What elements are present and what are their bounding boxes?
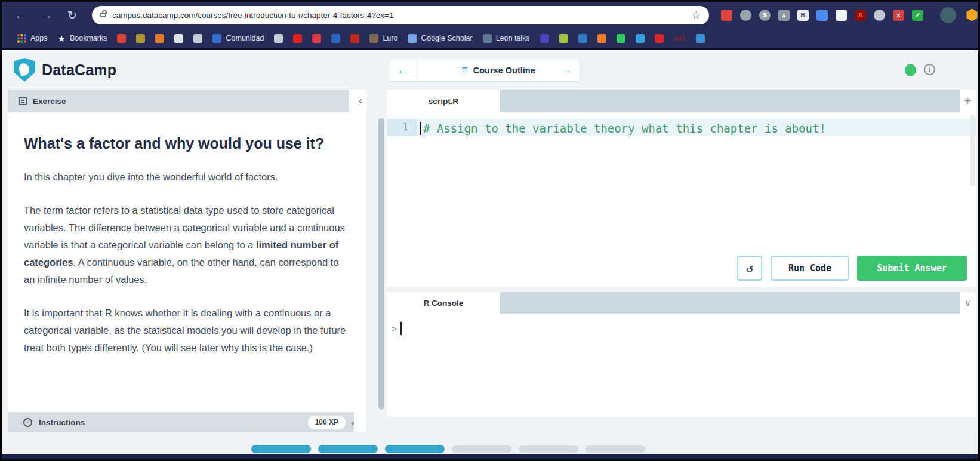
youtube-icon — [293, 34, 302, 43]
edx-icon: edX — [674, 35, 686, 42]
bookmark-item[interactable]: Leon talks — [483, 34, 530, 43]
bookmark-item[interactable]: Luro — [369, 34, 397, 43]
bookmark-item[interactable] — [331, 34, 340, 43]
bookmark-label: Apps — [30, 34, 48, 42]
submit-answer-button[interactable]: Submit Answer — [857, 256, 967, 281]
bookmark-item[interactable] — [350, 34, 359, 43]
apps-grid-icon — [17, 34, 26, 43]
r-console[interactable]: > — [387, 314, 976, 417]
progress-segment-complete[interactable] — [318, 445, 378, 453]
bottom-border — [2, 454, 978, 459]
url-text[interactable]: campus.datacamp.com/courses/free-introdu… — [112, 11, 692, 20]
bookmark-item[interactable]: Google Scholar — [408, 34, 472, 43]
octo-extension-icon[interactable] — [874, 10, 885, 21]
bookmark-item[interactable] — [193, 34, 202, 43]
next-exercise-icon[interactable]: → — [562, 64, 572, 76]
panel-scrollbar[interactable] — [378, 118, 384, 410]
bookmark-item[interactable] — [174, 34, 183, 43]
photos-extension-icon[interactable] — [836, 10, 847, 21]
reset-code-button[interactable]: ↺ — [737, 256, 762, 281]
line-number: 1 — [387, 119, 417, 136]
run-code-button[interactable]: Run Code — [771, 256, 849, 281]
star-icon: ★ — [58, 34, 66, 43]
b-extension-icon[interactable]: B — [797, 10, 809, 21]
reload-icon[interactable]: ↻ — [67, 10, 77, 21]
editor-active-line[interactable]: 1 # Assign to the variable theory what t… — [387, 119, 976, 136]
datacamp-brand[interactable]: DataCamp — [14, 58, 116, 82]
bookmarks-bar: Apps★BookmarksComunidadLuroGoogle Schola… — [2, 28, 978, 48]
progress-segment-complete[interactable] — [385, 445, 445, 453]
tab-script-r[interactable]: script.R — [387, 90, 500, 112]
green-check-extension-icon[interactable]: ✓ — [912, 10, 923, 21]
google-scholar-icon — [408, 34, 417, 43]
datacamp-logo-icon — [14, 58, 35, 82]
bookmark-item[interactable] — [274, 34, 283, 43]
editor-caret — [420, 122, 421, 135]
bookmark-item[interactable] — [559, 34, 568, 43]
lock-icon — [100, 13, 106, 17]
bookmark-item[interactable] — [312, 34, 321, 43]
bookmark-label: Comunidad — [226, 34, 264, 42]
bookmark-item[interactable]: ★Bookmarks — [58, 34, 107, 43]
code-panel: script.R ✳ 1 # Assign to the variable th… — [387, 90, 976, 416]
gray-extension-icon[interactable] — [740, 10, 751, 21]
console-collapse-icon[interactable]: ∨ — [960, 292, 976, 314]
comunidad-icon — [212, 34, 221, 43]
bookmark-item[interactable] — [597, 34, 606, 43]
editor-scrollbar[interactable] — [970, 115, 975, 186]
bookmark-item[interactable] — [293, 34, 302, 43]
editor-actions: ↺ Run Code Submit Answer — [737, 256, 967, 281]
progress-segment-incomplete[interactable] — [452, 445, 511, 453]
red-x-extension-icon[interactable]: x — [893, 10, 904, 21]
bookmark-item[interactable] — [636, 34, 645, 43]
bookmark-item[interactable]: Comunidad — [212, 34, 264, 43]
tab-r-console[interactable]: R Console — [387, 292, 500, 314]
bookmark-item[interactable]: Apps — [17, 34, 48, 43]
info-icon[interactable]: i — [924, 64, 935, 75]
s-extension-icon[interactable]: S — [759, 10, 771, 21]
exercise-paragraph-3: It is important that R knows whether it … — [24, 305, 349, 356]
address-bar[interactable]: campus.datacamp.com/courses/free-introdu… — [92, 6, 709, 24]
bookmark-label: Leon talks — [496, 34, 530, 42]
previous-exercise-button[interactable]: ← — [389, 59, 417, 81]
exercise-list-icon — [19, 97, 27, 105]
editor-settings-icon[interactable]: ✳ — [960, 90, 976, 112]
code-comment[interactable]: # Assign to the variable theory what thi… — [417, 119, 826, 136]
progress-segment-incomplete[interactable] — [519, 445, 578, 453]
bookmark-item[interactable] — [117, 34, 126, 43]
profile-avatar[interactable] — [940, 7, 956, 23]
code-editor[interactable]: 1 # Assign to the variable theory what t… — [387, 112, 976, 287]
forward-icon[interactable]: → — [41, 10, 53, 21]
instructions-bar[interactable]: ✓ Instructions 100 XP — [8, 412, 354, 432]
bookmark-item[interactable] — [540, 34, 549, 43]
triangle-extension-icon[interactable]: ▲ — [778, 10, 790, 21]
gmail-icon — [117, 34, 126, 43]
progress-segment-incomplete[interactable] — [585, 445, 645, 453]
scroll-down-icon: ▾ — [351, 420, 355, 428]
bookmark-item[interactable] — [578, 34, 587, 43]
bookmark-item[interactable]: edX — [674, 35, 686, 42]
bookmark-item[interactable] — [155, 34, 164, 43]
red-shield-extension-icon[interactable] — [721, 10, 732, 21]
progress-segment-complete[interactable] — [251, 445, 311, 453]
bookmark-item[interactable] — [136, 34, 145, 43]
bookmark-star-icon[interactable]: ☆ — [692, 9, 701, 21]
editor-tab-bar: script.R ✳ — [387, 90, 976, 112]
browser-menu-icon[interactable] — [966, 9, 978, 21]
blue-drop-extension-icon[interactable] — [816, 10, 828, 21]
favicon — [578, 34, 587, 43]
bookmark-item[interactable] — [696, 34, 705, 43]
favicon — [483, 34, 492, 43]
bookmark-item[interactable] — [655, 34, 664, 43]
collapse-panel-button[interactable]: ‹ — [354, 93, 367, 109]
favicon — [350, 34, 359, 43]
exercise-paragraph-2: The term factor refers to a statistical … — [24, 202, 349, 288]
console-prompt: > — [392, 322, 397, 334]
instructions-label: Instructions — [39, 418, 308, 427]
course-outline-button[interactable]: ≡ Course Outline → — [417, 59, 580, 81]
acrobat-extension-icon[interactable]: A — [855, 10, 866, 21]
bookmark-item[interactable] — [617, 34, 625, 43]
back-icon[interactable]: ← — [15, 10, 26, 21]
favicon — [369, 34, 378, 43]
session-status-indicator[interactable] — [905, 64, 916, 76]
